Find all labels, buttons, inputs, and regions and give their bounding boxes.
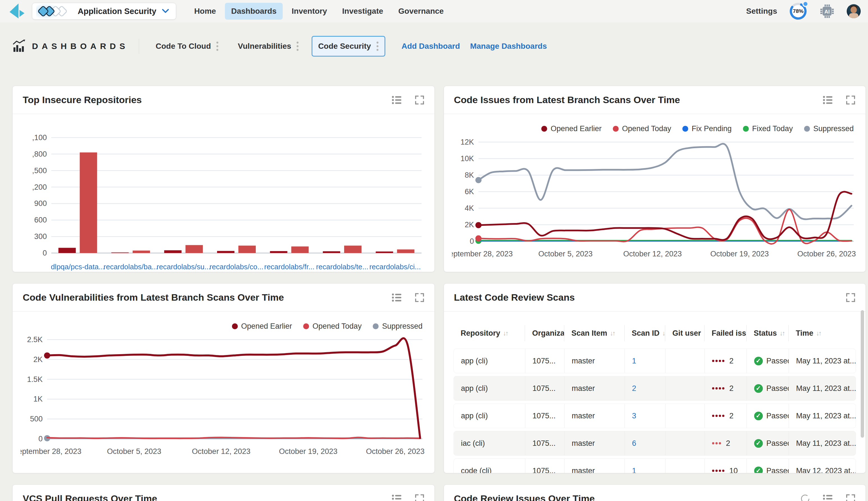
ai-copilot-icon[interactable]: AI [819,3,835,19]
nav-item-home[interactable]: Home [188,3,222,20]
card-title: Top Insecure Repositories [23,94,142,105]
expand-icon[interactable] [415,95,424,105]
column-header[interactable]: Git user ↓ [665,325,704,341]
svg-text:October 5, 2023: October 5, 2023 [107,447,161,456]
repo-link[interactable]: recardolabs/su... [157,263,210,271]
repo-link[interactable]: dlpqa/pcs-data... [51,263,105,271]
svg-text:October 12, 2023: October 12, 2023 [623,250,682,258]
sort-icon[interactable]: ↓↑ [610,330,615,337]
cell-repository: code (cli) [454,459,525,473]
expand-icon[interactable] [846,95,855,105]
cell-organization: 1075... [525,459,565,473]
cell-failed-issues: 2 [705,431,747,455]
column-header[interactable]: Failed issu [704,325,746,341]
repo-link[interactable]: recardolabs/fr... [264,263,314,271]
svg-text:900: 900 [34,199,47,207]
svg-text:0: 0 [39,435,43,443]
list-view-icon[interactable] [823,494,833,501]
svg-text:1.5K: 1.5K [27,375,43,384]
legend-item: Fix Pending [682,125,732,133]
legend-dot-icon [613,126,619,132]
legend-item: Opened Earlier [232,322,292,331]
app-selector[interactable]: Application Security [32,3,176,20]
cell-time: May 11, 2023 at... [789,376,856,401]
kebab-menu-icon[interactable] [216,41,219,51]
dashboard-tab-code-security[interactable]: Code Security [312,36,385,56]
table-row[interactable]: app (cli) 1075... master 1 2 ✓Passed May… [453,349,856,373]
sort-icon[interactable]: ↓↑ [780,330,784,337]
expand-icon[interactable] [846,494,855,501]
cell-time: May 11, 2023 at... [789,349,856,373]
code-issues-chart: 12K10K8K6K4K2K0September 28, 2023October… [452,138,857,261]
cell-repository: iac (cli) [454,431,525,455]
table-scrollbar[interactable] [861,310,864,438]
line-chart-area: Opened Earlier Opened Today Suppressed 2… [13,312,435,458]
column-header[interactable]: Scan Item ↓↑ [564,325,625,341]
table-row[interactable]: app (cli) 1075... master 2 2 ✓Passed May… [453,376,856,401]
dashboard-tab-vulnerabilities[interactable]: Vulnerabilities [231,36,305,56]
scan-id-link[interactable]: 1 [632,357,636,365]
table-row[interactable]: iac (cli) 1075... master 6 2 ✓Passed May… [453,431,856,456]
nav-item-inventory[interactable]: Inventory [285,3,333,20]
svg-text:,100: ,100 [32,134,47,142]
completion-progress-ring[interactable]: 78% [789,2,807,20]
expand-icon[interactable] [846,293,855,302]
column-header[interactable]: Repository ↓↑ [453,325,525,341]
sort-icon[interactable]: ↓↑ [503,330,508,337]
passed-check-icon: ✓ [754,384,763,393]
cell-scan-id: 1 [625,349,666,373]
legend-dot-icon [303,323,309,329]
manage-dashboards-link[interactable]: Manage Dashboards [470,42,547,51]
legend-item: Suppressed [804,125,854,133]
settings-link[interactable]: Settings [746,7,777,16]
scan-id-link[interactable]: 2 [632,384,636,393]
dashboard-tab-code-to-cloud[interactable]: Code To Cloud [149,36,225,56]
nav-item-investigate[interactable]: Investigate [336,3,389,20]
legend-item: Opened Today [613,125,671,133]
column-header[interactable]: Organizat [525,325,564,341]
nav-item-dashboards[interactable]: Dashboards [225,3,283,20]
column-header[interactable]: Scan ID ↓↑ [625,325,665,341]
column-header[interactable]: Status ↓↑ [746,325,788,341]
user-avatar[interactable] [847,4,861,18]
scan-id-link[interactable]: 6 [632,439,636,448]
repo-link[interactable]: recardolabs/co... [209,263,263,271]
repo-link[interactable]: recardolabs/te... [316,263,368,271]
svg-text:0: 0 [43,249,47,257]
repo-link[interactable]: recardolabs/ba... [104,263,158,271]
brand-logo-icon[interactable] [7,2,25,20]
list-view-icon[interactable] [823,95,833,105]
scan-id-link[interactable]: 1 [632,467,636,473]
svg-text:10K: 10K [460,154,474,163]
list-view-icon[interactable] [392,95,402,105]
cell-organization: 1075... [525,349,565,373]
sort-icon[interactable]: ↓↑ [662,330,665,337]
table-header-row: Repository ↓↑Organizat Scan Item ↓↑Scan … [453,325,856,341]
table-row[interactable]: app (cli) 1075... master 3 2 ✓Passed May… [453,404,856,428]
expand-icon[interactable] [415,293,424,302]
svg-text:6K: 6K [464,188,474,196]
card-vcs-pull-requests-over-time: VCS Pull Requests Over Time [12,484,435,501]
card-title: Latest Code Review Scans [454,292,575,303]
svg-text:September 28, 2023: September 28, 2023 [20,447,81,456]
loading-spinner-icon [801,494,810,501]
repo-link[interactable]: recardolabs/ci... [369,263,421,271]
cell-git-user [666,459,705,473]
table-row[interactable]: code (cli) 1075... master 1 10 ✓Passed M… [453,458,856,473]
cell-git-user [666,376,705,401]
list-view-icon[interactable] [392,293,402,302]
add-dashboard-link[interactable]: Add Dashboard [401,42,460,51]
kebab-menu-icon[interactable] [376,41,379,51]
column-header[interactable]: Time ↓↑ [788,325,856,341]
severity-dots-icon [712,360,724,362]
scan-id-link[interactable]: 3 [632,412,636,420]
nav-item-governance[interactable]: Governance [392,3,450,20]
expand-icon[interactable] [415,494,424,501]
list-view-icon[interactable] [392,494,402,501]
cell-repository: app (cli) [454,376,525,401]
legend-item: Opened Today [303,322,362,331]
kebab-menu-icon[interactable] [296,41,299,51]
sort-icon[interactable]: ↓↑ [816,330,821,337]
cell-scan-id: 3 [625,404,666,428]
legend-item: Fixed Today [743,125,793,133]
